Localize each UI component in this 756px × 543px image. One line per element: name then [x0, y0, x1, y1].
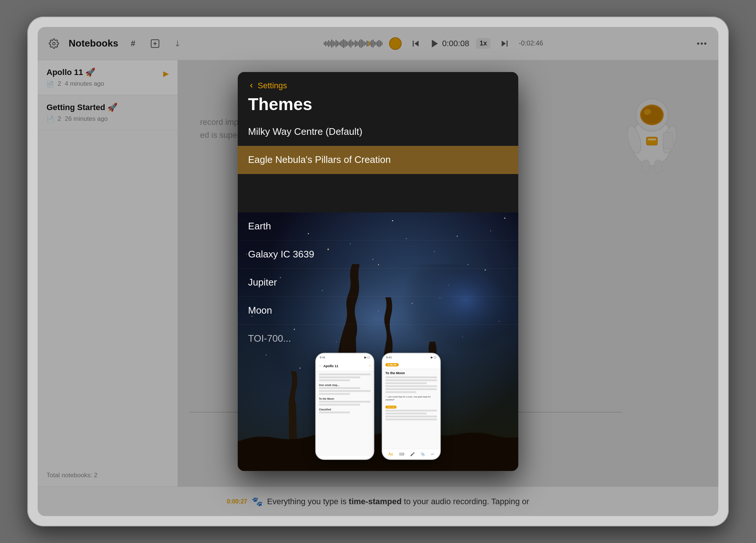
phone-attach-icon: 📎 [420, 452, 425, 456]
theme-label-eagle-nebula: Eagle Nebula's Pillars of Creation [248, 154, 391, 165]
phone-status-bar-right: 9:41 ▶ ⬡ [382, 354, 440, 361]
space-bg-inner: Earth Galaxy IC 3639 Jupiter [238, 212, 518, 471]
phone-status-bar-left: 9:41 ▶ ⬡ [316, 354, 374, 361]
theme-item-moon[interactable]: Moon [238, 297, 518, 325]
settings-header: Settings Themes [238, 72, 518, 118]
phone-right: 9:41 ▶ ⬡ 0:00:00 To the Moon [382, 353, 441, 460]
theme-item-galaxy[interactable]: Galaxy IC 3639 [238, 240, 518, 269]
phone-right-badge: 0:00:00 [385, 363, 399, 366]
space-background-preview: Earth Galaxy IC 3639 Jupiter [238, 212, 518, 471]
phone-left-title: Apollo 11 [323, 364, 339, 368]
phone-mockups: 9:41 ▶ ⬡ ← Apollo 11 + [315, 353, 441, 460]
theme-label-jupiter: Jupiter [248, 277, 277, 288]
modal-overlay: Settings Themes Milky Way Centre (Defaul… [38, 27, 718, 516]
theme-item-jupiter[interactable]: Jupiter [238, 269, 518, 297]
theme-item-toi[interactable]: TOI-700... [238, 325, 518, 352]
phone-format-icon: Aa [388, 452, 393, 456]
phone-keyboard-icon: ⌨ [399, 452, 404, 456]
themes-list: Milky Way Centre (Default) Eagle Nebula'… [238, 118, 518, 471]
settings-panel: Settings Themes Milky Way Centre (Defaul… [238, 72, 518, 471]
phone-left: 9:41 ▶ ⬡ ← Apollo 11 + [315, 353, 374, 460]
theme-item-earth[interactable]: Earth [238, 212, 518, 240]
theme-items-overlay: Earth Galaxy IC 3639 Jupiter [238, 212, 518, 352]
ipad-frame: Notebooks # ↙ [27, 17, 729, 526]
theme-label-moon: Moon [248, 305, 272, 316]
settings-title: Themes [248, 94, 508, 114]
phone-bottom-bar: Aa ⌨ 🎤 📎 ↩ [382, 449, 440, 459]
settings-back-label: Settings [258, 81, 287, 90]
phone-right-content: To the Moon "...one small step fo [382, 369, 440, 449]
phone-undo-icon: ↩ [431, 452, 434, 456]
settings-back-button[interactable]: Settings [248, 81, 508, 90]
phone-mic-icon: 🎤 [410, 452, 415, 456]
theme-label-earth: Earth [248, 221, 271, 232]
phone-left-content: One small step... To the Moon [316, 371, 374, 456]
theme-item-milky-way[interactable]: Milky Way Centre (Default) [238, 118, 518, 146]
theme-label-galaxy: Galaxy IC 3639 [248, 249, 314, 260]
theme-label-toi: TOI-700... [248, 333, 291, 344]
phone-right-title: To the Moon [385, 371, 437, 375]
theme-label-milky-way: Milky Way Centre (Default) [248, 126, 362, 137]
ipad-screen: Notebooks # ↙ [38, 27, 718, 516]
theme-item-eagle-nebula[interactable]: Eagle Nebula's Pillars of Creation [238, 146, 518, 174]
